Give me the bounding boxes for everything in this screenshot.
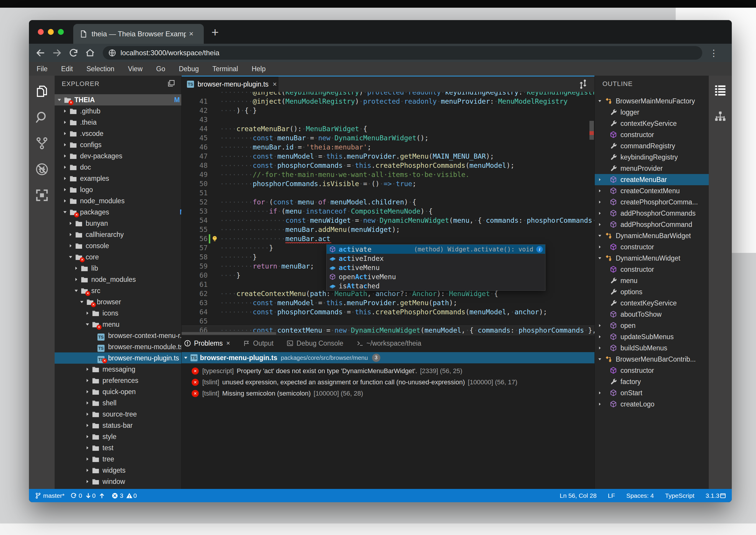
status-language-mode[interactable]: TypeScript <box>665 492 694 499</box>
chevron-right-icon[interactable] <box>598 211 602 215</box>
line-number[interactable]: 41 <box>182 97 208 106</box>
tree-item-doc[interactable]: doc <box>55 162 182 173</box>
git-branch-status[interactable]: master* <box>35 492 65 499</box>
outline-item-constructor[interactable]: constructor <box>595 365 709 376</box>
problem-row[interactable]: ✕[tslint]Missing semicolon (semicolon)[1… <box>182 388 594 399</box>
code-line-65[interactable]: 65 <box>182 317 594 326</box>
outline-item-dynamicmenuwidget[interactable]: DynamicMenuWidget <box>595 253 709 264</box>
menu-item-file[interactable]: File <box>37 65 47 73</box>
code-line-41[interactable]: 41········@inject(MenuModelRegistry)·pro… <box>182 97 594 106</box>
chevron-right-icon[interactable] <box>598 402 602 406</box>
tree-item-shell[interactable]: shell <box>55 397 182 408</box>
tree-item-browser-menu-module-ts[interactable]: TSbrowser-menu-module.ts <box>55 341 182 352</box>
editor-vertical-scrollbar[interactable] <box>589 121 594 140</box>
line-number[interactable]: 57 <box>182 243 208 253</box>
close-editor-icon[interactable]: × <box>273 80 277 88</box>
line-number[interactable]: 50 <box>182 179 208 188</box>
line-number[interactable]: 51 <box>182 188 208 198</box>
chevron-right-icon[interactable] <box>598 324 602 327</box>
tree-item-menu[interactable]: ✕menuM <box>55 319 182 330</box>
back-icon[interactable] <box>36 48 45 58</box>
reload-icon[interactable] <box>68 48 79 58</box>
code-line-64[interactable]: 64········const·phosphorCommands·=·this.… <box>182 308 594 317</box>
git-sync-status[interactable]: 0 0 <box>70 492 105 499</box>
tree-item-configs[interactable]: configs <box>55 139 182 150</box>
tree-item--theia[interactable]: .theia <box>55 117 182 128</box>
code-line-46[interactable]: 46········menuBar.id·=·'theia:menubar'; <box>182 143 594 152</box>
menu-item-terminal[interactable]: Terminal <box>212 65 238 73</box>
outline-item-factory[interactable]: factory <box>595 376 709 387</box>
line-number[interactable]: 63 <box>182 298 208 308</box>
feedback-icon[interactable] <box>719 492 726 499</box>
chevron-right-icon[interactable] <box>63 165 67 170</box>
chevron-right-icon[interactable] <box>68 221 73 226</box>
suggest-item-isAttached[interactable]: isAttached <box>327 281 545 290</box>
code-line-48[interactable]: 48········const·phosphorCommands·=·this.… <box>182 161 594 170</box>
chevron-right-icon[interactable] <box>85 412 90 416</box>
tree-item-src[interactable]: ✕srcM <box>55 285 182 296</box>
outline-item-onstart[interactable]: onStart <box>595 387 709 399</box>
chevron-right-icon[interactable] <box>63 142 67 147</box>
chevron-right-icon[interactable] <box>598 245 602 249</box>
menu-item-edit[interactable]: Edit <box>61 65 73 73</box>
outline-item-logger[interactable]: logger <box>595 107 709 118</box>
tree-item-browser-context-menu-r-[interactable]: TSbrowser-context-menu-r... <box>55 330 182 341</box>
outline-item-updatesubmenus[interactable]: updateSubMenus <box>595 331 709 342</box>
site-info-icon[interactable] <box>108 49 116 57</box>
line-number[interactable]: 64 <box>182 308 208 317</box>
chevron-right-icon[interactable] <box>85 401 90 405</box>
home-icon[interactable] <box>85 48 95 58</box>
chevron-right-icon[interactable] <box>85 468 90 473</box>
tree-item-browser[interactable]: ✕browserM <box>55 296 182 308</box>
chevron-right-icon[interactable] <box>85 434 90 439</box>
outline-item-contextkeyservice[interactable]: contextKeyService <box>595 118 709 129</box>
panel-tab-debug-console[interactable]: Debug Console <box>286 339 343 348</box>
outline-item-constructor[interactable]: constructor <box>595 241 709 253</box>
code-line-55[interactable]: 55················menuBar.addMenu(menuWi… <box>182 225 594 234</box>
chevron-down-icon[interactable] <box>74 288 79 293</box>
chevron-right-icon[interactable] <box>63 131 67 136</box>
menu-item-selection[interactable]: Selection <box>87 65 115 73</box>
status-eol[interactable]: LF <box>608 492 615 499</box>
tree-item-style[interactable]: style <box>55 431 182 442</box>
tree-item-status-bar[interactable]: status-bar <box>55 420 182 431</box>
outline-item-menu[interactable]: menu <box>595 275 709 286</box>
code-line-clipped[interactable]: ········@inject(KeybindingRegistry)·prot… <box>182 92 594 97</box>
new-tab-button[interactable]: + <box>211 27 219 39</box>
editor-horizontal-scrollbar[interactable] <box>182 332 276 335</box>
outline-item-addphosphorcommand[interactable]: addPhosphorCommand <box>595 219 709 230</box>
outline-item-createcontextmenu[interactable]: createContextMenu <box>595 185 709 196</box>
maximize-window-button[interactable] <box>58 29 64 35</box>
code-line-63[interactable]: 63········const·menuModel·=·this.menuPro… <box>182 298 594 308</box>
outline-item-addphosphorcommands[interactable]: addPhosphorCommands <box>595 208 709 219</box>
outline-item-buildsubmenus[interactable]: buildSubMenus <box>595 342 709 353</box>
chevron-right-icon[interactable] <box>74 277 79 282</box>
tree-item-examples[interactable]: examples <box>55 173 182 184</box>
outline-item-open[interactable]: open <box>595 320 709 331</box>
chevron-right-icon[interactable] <box>85 457 90 462</box>
code-line-54[interactable]: 54················const·menuWidget·=·new… <box>182 216 594 225</box>
line-number[interactable]: 53 <box>182 207 208 216</box>
code-line-45[interactable]: 45········const·menuBar·=·new·DynamicMen… <box>182 133 594 143</box>
outline-item-browsermainmenufactory[interactable]: BrowserMainMenuFactory <box>595 96 709 107</box>
line-number[interactable]: 47 <box>182 152 208 161</box>
problems-file-row[interactable]: TS browser-menu-plugin.ts packages/core/… <box>182 352 594 363</box>
search-icon[interactable] <box>35 110 49 124</box>
tree-item-bunyan[interactable]: bunyan <box>55 218 182 229</box>
code-line-42[interactable]: 42····)·{·} <box>182 106 594 115</box>
chevron-right-icon[interactable] <box>63 176 67 181</box>
debug-icon[interactable] <box>35 162 49 176</box>
outline-item-createphosphorcomma-[interactable]: createPhosphorComma... <box>595 196 709 208</box>
tree-item-packages[interactable]: ✕packagesM <box>55 207 182 218</box>
outline-item-options[interactable]: options <box>595 286 709 297</box>
tree-item-node-modules[interactable]: node_modules <box>55 274 182 285</box>
status-cursor-position[interactable]: Ln 56, Col 28 <box>560 492 597 499</box>
line-number[interactable]: 45 <box>182 133 208 143</box>
extensions-icon[interactable] <box>35 188 49 202</box>
suggest-item-activeIndex[interactable]: activeIndex <box>327 254 545 263</box>
line-number[interactable]: 54 <box>182 216 208 225</box>
source-control-icon[interactable] <box>35 136 49 150</box>
tree-item-window[interactable]: window <box>55 476 182 487</box>
chevron-right-icon[interactable] <box>598 222 602 227</box>
line-number[interactable]: 61 <box>182 280 208 289</box>
